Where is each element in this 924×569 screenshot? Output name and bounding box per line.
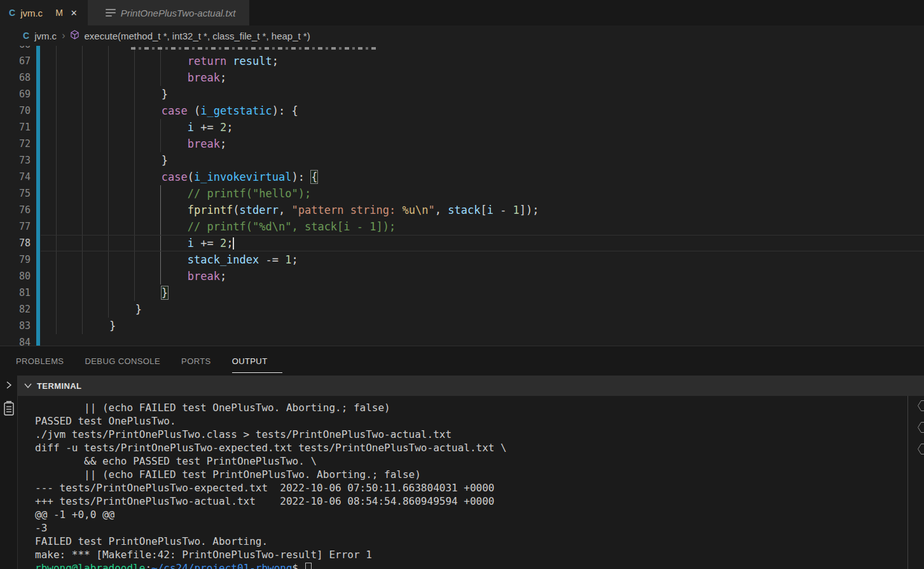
panel-tab-debug-console[interactable]: DEBUG CONSOLE bbox=[85, 346, 160, 376]
terminal-region: TERMINAL || (echo FAILED test OnePlusTwo… bbox=[0, 376, 924, 569]
text-file-icon bbox=[106, 9, 116, 17]
terminal-tab-hexagon-icon[interactable] bbox=[918, 400, 924, 414]
code-line-71[interactable]: 71 i += 2; bbox=[0, 119, 924, 136]
chevron-right-icon[interactable] bbox=[4, 380, 13, 393]
terminal-output[interactable]: || (echo FAILED test OnePlusTwo. Abortin… bbox=[18, 396, 907, 569]
terminal-line: PASSED test OnePlusTwo. bbox=[35, 414, 907, 428]
code-text: i += 2; bbox=[57, 119, 233, 136]
terminal-line: && echo PASSED test PrintOnePlusTwo. \ bbox=[35, 454, 907, 468]
code-line-79[interactable]: 79 stack_index -= 1; bbox=[0, 251, 924, 268]
panel-tab-problems[interactable]: PROBLEMS bbox=[16, 346, 64, 376]
indent-guide bbox=[56, 202, 57, 218]
clipped-code-line-fragment bbox=[131, 47, 379, 50]
indent-guide bbox=[56, 102, 57, 119]
indent-guide bbox=[56, 152, 57, 169]
notebook-icon[interactable] bbox=[3, 401, 15, 419]
code-line-78[interactable]: 78 i += 2; bbox=[0, 235, 924, 251]
code-line-68[interactable]: 68 break; bbox=[0, 69, 924, 86]
symbol-method-icon bbox=[70, 30, 79, 41]
code-line-80[interactable]: 80 break; bbox=[0, 268, 924, 284]
code-line-73[interactable]: 73 } bbox=[0, 152, 924, 169]
terminal-line: FAILED test PrintOnePlusTwo. Aborting. bbox=[35, 535, 907, 548]
code-text: } bbox=[57, 318, 116, 334]
indent-guide bbox=[56, 284, 57, 301]
code-text: } bbox=[57, 284, 168, 301]
code-line-72[interactable]: 72 break; bbox=[0, 136, 924, 152]
indent-guide bbox=[56, 251, 57, 268]
line-number: 71 bbox=[0, 119, 31, 136]
code-line-84[interactable]: 84 bbox=[0, 334, 924, 346]
indent-guide bbox=[56, 301, 57, 318]
code-line-82[interactable]: 82 } bbox=[0, 301, 924, 318]
indent-guide bbox=[56, 119, 57, 136]
terminal-section-header[interactable]: TERMINAL bbox=[18, 376, 924, 396]
terminal-line: || (echo FAILED test OnePlusTwo. Abortin… bbox=[35, 401, 907, 414]
line-number: 78 bbox=[0, 235, 31, 251]
code-text: break; bbox=[57, 69, 226, 86]
terminal-section-title: TERMINAL bbox=[37, 381, 81, 391]
code-line-81[interactable]: 81 } bbox=[0, 284, 924, 301]
line-number: 73 bbox=[0, 152, 31, 169]
chevron-down-icon[interactable] bbox=[24, 380, 32, 391]
vscode-window: C jvm.c M ✕ PrintOnePlusTwo-actual.txt C… bbox=[0, 0, 924, 569]
line-number: 82 bbox=[0, 301, 31, 318]
terminal-line: +++ tests/PrintOnePlusTwo-actual.txt 202… bbox=[35, 495, 907, 508]
tab-printoneplustwo-actual[interactable]: PrintOnePlusTwo-actual.txt bbox=[88, 0, 250, 25]
code-line-74[interactable]: 74 case(i_invokevirtual): { bbox=[0, 169, 924, 185]
indent-guide bbox=[56, 185, 57, 202]
line-number: 77 bbox=[0, 218, 31, 235]
shell-prompt: rbwong@labradoodle:~/cs24/project01-rbwo… bbox=[35, 561, 907, 569]
line-number: 81 bbox=[0, 284, 31, 301]
close-icon[interactable]: ✕ bbox=[69, 8, 79, 18]
breadcrumb-symbol[interactable]: execute(method_t *, int32_t *, class_fil… bbox=[84, 31, 310, 41]
panel-tab-ports[interactable]: PORTS bbox=[181, 346, 211, 376]
breadcrumb-file[interactable]: jvm.c bbox=[34, 31, 57, 41]
code-text: i += 2; bbox=[57, 235, 234, 251]
indent-guide bbox=[56, 136, 57, 152]
line-number: 66 bbox=[0, 46, 31, 53]
indent-guide bbox=[56, 235, 57, 251]
terminal-tab-hexagon-icon[interactable] bbox=[918, 444, 924, 457]
line-number: 69 bbox=[0, 86, 31, 102]
code-text: // printf("hello"); bbox=[57, 185, 311, 202]
c-language-icon: C bbox=[23, 31, 29, 41]
terminal-line: || (echo FAILED test PrintOnePlusTwo. Ab… bbox=[35, 468, 907, 481]
code-line-83[interactable]: 83 } bbox=[0, 318, 924, 334]
modified-badge: M bbox=[55, 8, 63, 18]
code-text: } bbox=[57, 86, 168, 102]
code-line-77[interactable]: 77 // printf("%d\n", stack[i - 1]); bbox=[0, 218, 924, 235]
line-number: 74 bbox=[0, 169, 31, 185]
breadcrumb: C jvm.c › execute(method_t *, int32_t *,… bbox=[0, 25, 924, 46]
indent-guide bbox=[56, 268, 57, 284]
code-text: break; bbox=[57, 268, 226, 284]
code-line-66[interactable]: 66 bbox=[0, 46, 924, 53]
line-number: 80 bbox=[0, 268, 31, 284]
editor-lines: 66 67 return result;68 break;69 }70 case… bbox=[0, 46, 924, 346]
editor-tab-bar: C jvm.c M ✕ PrintOnePlusTwo-actual.txt bbox=[0, 0, 924, 25]
panel-tab-bar: PROBLEMSDEBUG CONSOLEPORTSOUTPUT bbox=[0, 346, 924, 376]
c-language-icon: C bbox=[9, 8, 15, 18]
terminal-line: @@ -1 +0,0 @@ bbox=[35, 508, 907, 521]
terminal-stack: TERMINAL || (echo FAILED test OnePlusTwo… bbox=[18, 376, 924, 569]
code-line-69[interactable]: 69 } bbox=[0, 86, 924, 102]
terminal-line: ./jvm tests/PrintOnePlusTwo.class > test… bbox=[35, 428, 907, 441]
code-editor[interactable]: 66 67 return result;68 break;69 }70 case… bbox=[0, 46, 924, 346]
line-number: 68 bbox=[0, 69, 31, 86]
text-cursor bbox=[233, 237, 234, 249]
code-line-70[interactable]: 70 case (i_getstatic): { bbox=[0, 102, 924, 119]
code-line-67[interactable]: 67 return result; bbox=[0, 53, 924, 69]
breadcrumb-separator: › bbox=[62, 30, 65, 41]
line-number: 84 bbox=[0, 334, 31, 346]
terminal-tab-hexagon-icon[interactable] bbox=[918, 422, 924, 435]
code-text: } bbox=[57, 301, 142, 318]
panel-tab-output[interactable]: OUTPUT bbox=[232, 346, 268, 376]
indent-guide bbox=[56, 86, 57, 102]
tab-jvm-c[interactable]: C jvm.c M ✕ bbox=[0, 0, 88, 25]
code-line-76[interactable]: 76 fprintf(stderr, "pattern string: %u\n… bbox=[0, 202, 924, 218]
terminal-cursor bbox=[305, 563, 312, 569]
indent-guide bbox=[56, 53, 57, 69]
line-number: 79 bbox=[0, 251, 31, 268]
indent-guide bbox=[56, 169, 57, 185]
indent-guide bbox=[56, 218, 57, 235]
code-line-75[interactable]: 75 // printf("hello"); bbox=[0, 185, 924, 202]
